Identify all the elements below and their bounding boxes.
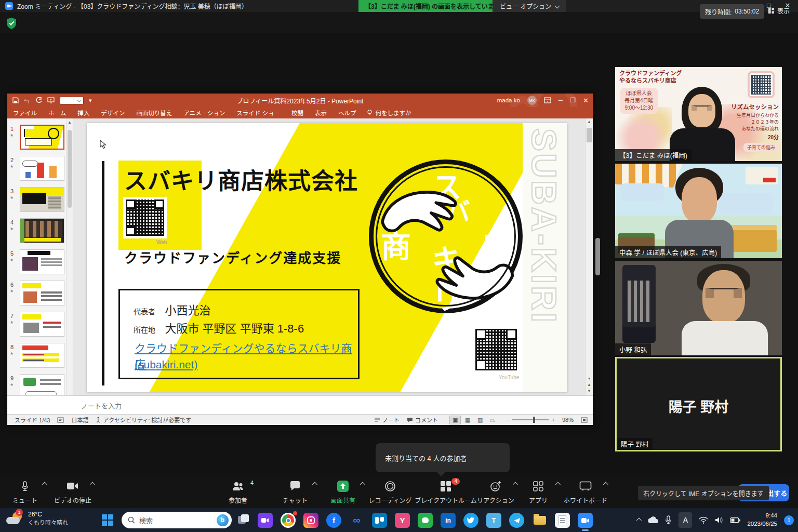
slide-thumbnail-7[interactable]: 7★: [7, 312, 65, 339]
notes-indicator-icon[interactable]: [57, 417, 64, 423]
taskbar-app-trello-icon[interactable]: [372, 513, 387, 528]
speaker-icon[interactable]: [715, 516, 723, 524]
taskbar-app-blue-icon[interactable]: T: [486, 513, 501, 528]
taskbar-app-meta-icon[interactable]: ∞: [349, 513, 364, 528]
taskbar-clock[interactable]: 9:44 2023/06/25: [747, 512, 777, 528]
tab-transitions[interactable]: 画面切り替え: [130, 107, 178, 118]
security-shield-icon[interactable]: [6, 17, 17, 30]
taskbar-app-instagram-icon[interactable]: [303, 513, 318, 528]
reading-view-button[interactable]: ▥: [474, 416, 486, 424]
qat-input-box[interactable]: [60, 97, 84, 104]
accessibility-status[interactable]: アクセシビリティ: 検討が必要です: [96, 416, 191, 424]
slide-scrollbar[interactable]: ▲ ▾▲▼: [585, 118, 593, 395]
mute-button[interactable]: ミュート: [0, 480, 50, 504]
notes-pane[interactable]: ノートを入力: [7, 395, 593, 414]
tell-me-box[interactable]: 何をしますか: [373, 107, 417, 118]
scroll-up-arrow[interactable]: ▲: [66, 120, 73, 125]
save-icon[interactable]: [12, 97, 19, 103]
slide-thumbnail-9[interactable]: 9★: [7, 374, 65, 395]
tab-file[interactable]: ファイル: [7, 107, 43, 118]
ppt-minimize-button[interactable]: ─: [558, 97, 563, 104]
chevron-up-icon[interactable]: [360, 482, 365, 487]
taskbar-app-telegram-icon[interactable]: [509, 513, 524, 528]
tab-view[interactable]: 表示: [309, 107, 332, 118]
slide-thumbnail-2[interactable]: 2★: [7, 156, 65, 183]
chevron-up-icon[interactable]: [312, 482, 317, 487]
redo-icon[interactable]: [36, 97, 42, 103]
taskbar-app-linkedin-icon[interactable]: in: [441, 513, 456, 528]
chat-button[interactable]: チャット: [270, 480, 320, 504]
taskbar-app-notepad-icon[interactable]: [555, 513, 570, 528]
slide-thumbnail-5[interactable]: 5★: [7, 249, 65, 276]
tab-design[interactable]: デザイン: [95, 107, 130, 118]
normal-view-button[interactable]: ▣: [449, 416, 461, 424]
tray-overflow-chevron-icon[interactable]: [636, 517, 642, 523]
breakout-rooms-button[interactable]: 4 ブレイクアウトルーム: [412, 480, 480, 504]
video-tile-nakamori[interactable]: 中森 学 / ほぼ県人会 (東京、広島): [615, 164, 782, 258]
ppt-restore-button[interactable]: ❐: [570, 97, 576, 104]
tab-slideshow[interactable]: スライド ショー: [231, 107, 286, 118]
apps-button[interactable]: アプリ: [513, 480, 563, 504]
language-indicator[interactable]: 日本語: [71, 416, 88, 424]
wifi-icon[interactable]: [699, 516, 708, 524]
account-avatar[interactable]: MK: [527, 96, 537, 105]
ribbon-display-options-icon[interactable]: [544, 97, 551, 103]
whiteboard-button[interactable]: ホワイトボード: [557, 480, 614, 504]
bing-icon[interactable]: b: [217, 514, 229, 526]
taskbar-app-chrome-icon[interactable]: [281, 513, 296, 528]
account-name[interactable]: mada ko: [497, 97, 520, 103]
subakiri-link-line2[interactable]: (subakiri.net): [135, 358, 197, 371]
tab-animations[interactable]: アニメーション: [178, 107, 231, 118]
tab-review[interactable]: 校閲: [286, 107, 309, 118]
chevron-up-icon[interactable]: [90, 482, 95, 487]
notes-toggle[interactable]: ノート: [374, 416, 400, 424]
notification-badge[interactable]: 1: [784, 515, 794, 525]
slide-thumbnail-6[interactable]: 6★: [7, 281, 65, 308]
taskbar-app-twitter-icon[interactable]: [463, 513, 478, 528]
display-mode-button[interactable]: 表示: [768, 6, 790, 15]
taskbar-app-pink-icon[interactable]: Y: [395, 513, 410, 528]
chevron-up-icon[interactable]: [42, 482, 47, 487]
record-button[interactable]: レコーディング: [365, 480, 415, 504]
slide-canvas[interactable]: SUBA-KIRI スバキリ商店株式会社 Web クラウドファンディング達成支援…: [87, 123, 567, 392]
start-button[interactable]: [102, 514, 113, 526]
task-view-button[interactable]: [238, 514, 249, 525]
share-screen-button[interactable]: 画面共有: [318, 480, 368, 504]
fit-to-window-button[interactable]: [581, 417, 588, 423]
taskbar-app-explorer-icon[interactable]: [532, 513, 547, 528]
battery-icon[interactable]: [730, 517, 740, 523]
onedrive-icon[interactable]: [647, 516, 658, 524]
slide-thumbnail-3[interactable]: 3★: [7, 187, 65, 214]
undo-icon[interactable]: [24, 98, 31, 103]
zoom-slider[interactable]: [512, 419, 549, 420]
taskbar-app-green-icon[interactable]: [418, 513, 433, 528]
qat-customize-icon[interactable]: ▾: [89, 97, 92, 104]
zoom-in-button[interactable]: +: [552, 417, 555, 423]
video-tile-kodama[interactable]: クラウドファンディング やるならスバキリ商店 ほぼ県人会 毎月第4日曜 9:00…: [615, 67, 782, 161]
weather-widget[interactable]: 1 26°C くもり時々晴れ: [6, 511, 68, 526]
participants-button[interactable]: 4 参加者: [213, 480, 263, 504]
taskbar-search-box[interactable]: 検索 b: [122, 512, 232, 528]
scroll-up-arrow[interactable]: ▲: [586, 119, 593, 124]
slide-thumbnail-8[interactable]: 8★: [7, 343, 65, 370]
slideshow-view-button[interactable]: ⏢: [487, 416, 498, 424]
start-slideshow-icon[interactable]: [47, 97, 55, 103]
tray-microphone-icon[interactable]: [665, 515, 672, 525]
taskbar-app-video-icon[interactable]: [258, 513, 273, 528]
stop-video-button[interactable]: ビデオの停止: [48, 480, 98, 504]
ppt-close-button[interactable]: ✕: [583, 97, 589, 104]
slide-nav-buttons[interactable]: ▾▲▼: [586, 376, 593, 394]
taskbar-app-facebook-icon[interactable]: f: [326, 513, 341, 528]
video-tile-ono[interactable]: 小野 和弘: [615, 261, 782, 355]
chevron-up-icon[interactable]: [603, 482, 608, 487]
taskbar-app-zoom-icon[interactable]: [578, 513, 593, 528]
video-tile-nomura-active[interactable]: 陽子 野村 陽子 野村: [615, 357, 782, 451]
tab-insert[interactable]: 挿入: [72, 107, 95, 118]
slide-sorter-button[interactable]: ▦: [462, 416, 473, 424]
panel-resize-handle[interactable]: [595, 238, 600, 275]
view-options-button[interactable]: ビュー オプション: [493, 0, 566, 12]
zoom-level[interactable]: 98%: [562, 417, 574, 423]
slide-thumbnail-1[interactable]: 1★: [7, 125, 65, 152]
thumbnail-scrollbar[interactable]: ▲: [66, 118, 73, 395]
zoom-out-button[interactable]: −: [506, 417, 509, 423]
